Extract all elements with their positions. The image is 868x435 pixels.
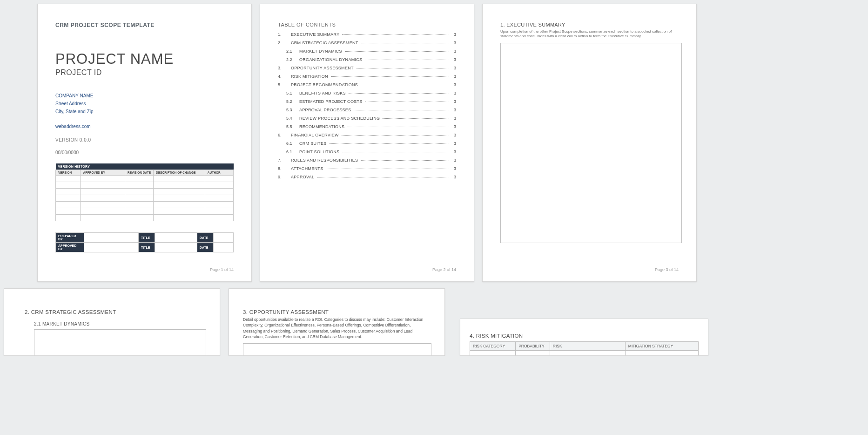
toc-leader xyxy=(361,85,449,85)
page-6: 4. RISK MITIGATION RISK CATEGORY PROBABI… xyxy=(460,319,708,356)
toc-page: 3 xyxy=(451,124,456,129)
prepared-by-label: PREPARED BY xyxy=(56,233,84,243)
date-field-1 xyxy=(213,233,233,243)
toc-label: ESTIMATED PROJECT COSTS xyxy=(299,99,364,104)
toc-label: OPPORTUNITY ASSESSMENT xyxy=(291,66,355,70)
toc-label: ORGANIZATIONAL DYNAMICS xyxy=(299,57,363,62)
page-3: 1. EXECUTIVE SUMMARY Upon completion of … xyxy=(482,4,697,282)
toc-page: 3 xyxy=(451,116,456,121)
city-state-zip: City, State and Zip xyxy=(55,108,234,116)
section-description: Upon completion of the other Project Sco… xyxy=(500,29,677,39)
toc-label: CRM STRATEGIC ASSESSMENT xyxy=(291,41,360,45)
toc-title: TABLE OF CONTENTS xyxy=(278,22,456,27)
risk-table: RISK CATEGORY PROBABILITY RISK MITIGATIO… xyxy=(470,341,699,356)
toc-leader xyxy=(354,110,449,110)
section-description: Detail opportunities available to realiz… xyxy=(243,317,429,340)
toc-label: ATTACHMENTS xyxy=(291,166,324,171)
page-number: Page 3 of 14 xyxy=(655,267,679,272)
page-4: 2. CRM STRATEGIC ASSESSMENT 2.1 MARKET D… xyxy=(4,288,220,356)
toc-page: 3 xyxy=(451,41,456,45)
signature-table: PREPARED BY TITLE DATE APPROVED BY TITLE… xyxy=(55,232,234,252)
toc-leader xyxy=(347,127,449,127)
toc-leader xyxy=(361,160,449,161)
toc-leader xyxy=(361,43,449,43)
toc-leader xyxy=(365,102,449,102)
toc-item: 5.3APPROVAL PROCESSES3 xyxy=(278,108,456,112)
toc-label: REVIEW PROCESS AND SCHEDULING xyxy=(299,116,381,121)
toc-item: 5.4REVIEW PROCESS AND SCHEDULING3 xyxy=(278,116,456,121)
toc-number: 7. xyxy=(278,158,291,163)
table-row xyxy=(56,202,234,208)
toc-item: 5.PROJECT RECOMMENDATIONS3 xyxy=(278,82,456,87)
toc-label: RECOMMENDATIONS xyxy=(299,124,346,129)
toc-list: 1.EXECUTIVE SUMMARY32.CRM STRATEGIC ASSE… xyxy=(278,32,456,179)
col-author: AUTHOR xyxy=(205,170,233,176)
document-title: CRM PROJECT SCOPE TEMPLATE xyxy=(55,22,234,28)
date-label-1: DATE xyxy=(197,233,213,243)
section-heading: 2. CRM STRATEGIC ASSESSMENT xyxy=(25,309,206,315)
date-label: 00/00/0000 xyxy=(55,150,234,155)
project-name: PROJECT NAME xyxy=(55,51,234,68)
toc-item: 7.ROLES AND RESPONSIBILITIES3 xyxy=(278,158,456,163)
table-row xyxy=(56,215,234,221)
toc-number: 8. xyxy=(278,166,291,171)
toc-label: APPROVAL PROCESSES xyxy=(299,108,352,112)
toc-item: 6.1CRM SUITES3 xyxy=(278,141,456,146)
toc-number: 6.1 xyxy=(286,141,299,146)
page-row-1: CRM PROJECT SCOPE TEMPLATE PROJECT NAME … xyxy=(0,4,868,288)
toc-leader xyxy=(342,34,449,35)
toc-page: 3 xyxy=(451,158,456,163)
date-field-2 xyxy=(213,243,233,252)
col-version: VERSION xyxy=(56,170,81,176)
section-heading: 1. EXECUTIVE SUMMARY xyxy=(500,22,679,27)
toc-page: 3 xyxy=(451,49,456,54)
company-block: COMPANY NAME Street Address City, State … xyxy=(55,92,234,116)
company-name: COMPANY NAME xyxy=(55,92,234,100)
toc-leader xyxy=(342,135,449,136)
col-description: DESCRIPTION OF CHANGE xyxy=(154,170,205,176)
toc-number: 5.3 xyxy=(286,108,299,112)
toc-page: 3 xyxy=(451,66,456,70)
toc-item: 2.1MARKET DYNAMICS3 xyxy=(278,49,456,54)
toc-number: 3. xyxy=(278,66,291,70)
toc-leader xyxy=(342,152,449,152)
toc-number: 5.1 xyxy=(286,91,299,95)
toc-leader xyxy=(365,60,449,60)
table-row xyxy=(56,182,234,189)
toc-item: 6.FINANCIAL OVERVIEW3 xyxy=(278,133,456,137)
table-row xyxy=(56,176,234,182)
toc-item: 5.2ESTIMATED PROJECT COSTS3 xyxy=(278,99,456,104)
toc-number: 5.5 xyxy=(286,124,299,129)
page-2: TABLE OF CONTENTS 1.EXECUTIVE SUMMARY32.… xyxy=(260,4,474,282)
section-heading: 3. OPPORTUNITY ASSESSMENT xyxy=(243,309,431,315)
title-label-2: TITLE xyxy=(138,243,155,252)
toc-item: 2.2ORGANIZATIONAL DYNAMICS3 xyxy=(278,57,456,62)
col-risk: RISK xyxy=(550,342,625,351)
toc-number: 5.2 xyxy=(286,99,299,104)
project-id: PROJECT ID xyxy=(55,68,234,77)
toc-number: 6.1 xyxy=(286,150,299,154)
toc-leader xyxy=(330,143,449,144)
content-box xyxy=(34,329,206,356)
page-number: Page 1 of 14 xyxy=(210,267,234,272)
toc-number: 5. xyxy=(278,82,291,87)
web-address: webaddress.com xyxy=(55,124,234,129)
version-history-table: VERSION HISTORY VERSION APPROVED BY REVI… xyxy=(55,163,234,221)
date-label-2: DATE xyxy=(197,243,213,252)
approved-by-field xyxy=(84,243,138,252)
street-address: Street Address xyxy=(55,100,234,108)
toc-leader xyxy=(383,118,449,119)
page-row-2: 2. CRM STRATEGIC ASSESSMENT 2.1 MARKET D… xyxy=(0,288,868,356)
toc-number: 2.2 xyxy=(286,57,299,62)
col-mitigation: MITIGATION STRATEGY xyxy=(625,342,698,351)
toc-number: 1. xyxy=(278,32,291,37)
toc-label: APPROVAL xyxy=(291,175,316,179)
toc-item: 4.RISK MITIGATION3 xyxy=(278,74,456,79)
toc-item: 2.CRM STRATEGIC ASSESSMENT3 xyxy=(278,41,456,45)
toc-number: 5.4 xyxy=(286,116,299,121)
toc-label: PROJECT RECOMMENDATIONS xyxy=(291,82,359,87)
toc-leader xyxy=(357,68,449,68)
toc-label: EXECUTIVE SUMMARY xyxy=(291,32,341,37)
toc-item: 5.5RECOMMENDATIONS3 xyxy=(278,124,456,129)
toc-leader xyxy=(331,76,449,77)
